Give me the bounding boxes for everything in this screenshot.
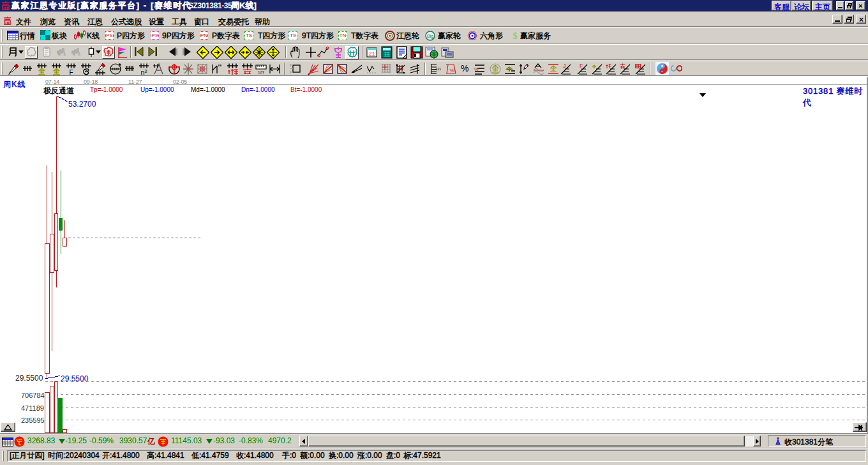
svg-text:123: 123 (258, 70, 265, 74)
svg-text:21: 21 (368, 50, 375, 57)
svg-text:$: $ (513, 31, 518, 40)
svg-text:F: F (580, 63, 583, 69)
svg-text:3: 3 (63, 52, 66, 57)
svg-text:%: % (449, 68, 454, 73)
svg-text:Big: Big (427, 34, 433, 39)
svg-text:F: F (69, 69, 73, 75)
svg-text:123: 123 (435, 67, 441, 71)
svg-text:%: % (474, 66, 478, 72)
svg-text:J: J (563, 63, 566, 69)
svg-text:9: 9 (78, 52, 80, 57)
svg-text:n²: n² (141, 68, 147, 75)
